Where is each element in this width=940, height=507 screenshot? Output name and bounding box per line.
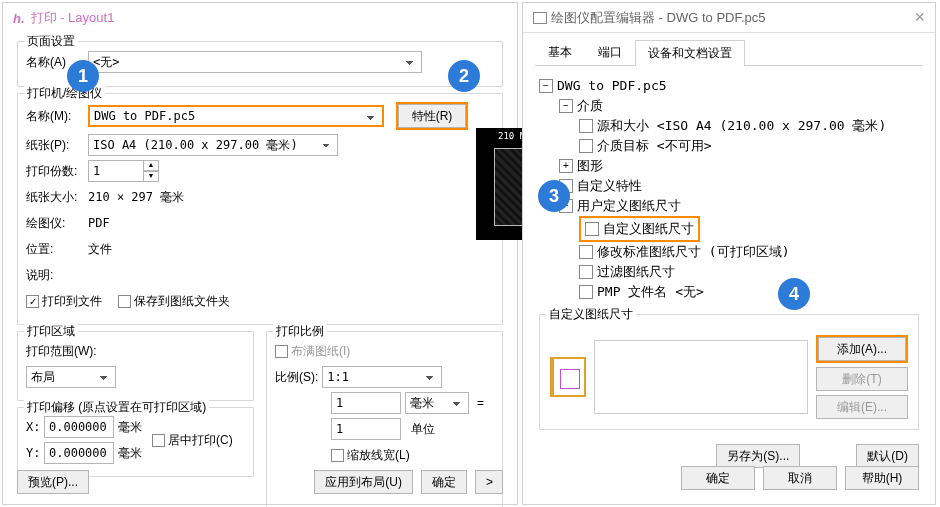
print-to-file-label: 打印到文件 — [42, 293, 102, 310]
plotter-label: 绘图仪: — [26, 215, 84, 232]
add-highlight: 添加(A)... — [816, 335, 908, 363]
x-unit: 毫米 — [118, 419, 142, 436]
doc-icon — [579, 139, 593, 153]
close-icon[interactable]: × — [914, 7, 925, 28]
doc-icon — [579, 245, 593, 259]
properties-highlight: 特性(R) — [396, 102, 468, 130]
paper-label: 纸张(P): — [26, 137, 84, 154]
tree-custom-size[interactable]: 自定义图纸尺寸 — [539, 216, 919, 242]
document-icon — [550, 357, 586, 397]
custom-size-legend: 自定义图纸尺寸 — [546, 306, 636, 323]
papersize-label: 纸张大小: — [26, 189, 84, 206]
tree-root[interactable]: −DWG to PDF.pc5 — [539, 76, 919, 96]
edit-button: 编辑(E)... — [816, 395, 908, 419]
window-title: 打印 - Layout1 — [31, 9, 115, 27]
cancel-button[interactable]: 取消 — [763, 466, 837, 490]
add-button[interactable]: 添加(A)... — [818, 337, 906, 361]
tree-userdef[interactable]: −用户定义图纸尺寸 — [539, 196, 919, 216]
printer-name-select[interactable]: DWG to PDF.pc5 — [90, 107, 382, 125]
scale-den-input[interactable] — [331, 418, 401, 440]
badge-2: 2 — [448, 60, 480, 92]
save-to-folder-checkbox[interactable]: 保存到图纸文件夹 — [118, 293, 230, 310]
tree-graphics[interactable]: +图形 — [539, 156, 919, 176]
copies-spinner[interactable]: ▲▼ — [88, 160, 159, 182]
equals-sign: = — [477, 396, 484, 410]
y-label: Y: — [26, 446, 40, 460]
spin-down-icon[interactable]: ▼ — [143, 171, 159, 182]
collapse-icon[interactable]: − — [559, 99, 573, 113]
scale-den-unit: 单位 — [411, 421, 435, 438]
window-title: 绘图仪配置编辑器 - DWG to PDF.pc5 — [551, 9, 766, 27]
y-unit: 毫米 — [118, 445, 142, 462]
offset-legend: 打印偏移 (原点设置在可打印区域) — [24, 399, 209, 416]
ok-button[interactable]: 确定 — [421, 470, 467, 494]
scale-num-unit[interactable]: 毫米 — [405, 392, 469, 414]
copies-label: 打印份数: — [26, 163, 84, 180]
doc-icon — [579, 119, 593, 133]
help-button[interactable]: 帮助(H) — [845, 466, 919, 490]
scale-legend: 打印比例 — [273, 323, 327, 340]
doc-icon — [579, 285, 593, 299]
scale-lineweight-label: 缩放线宽(L) — [347, 447, 410, 464]
print-area-legend: 打印区域 — [24, 323, 78, 340]
plotter-config-editor: 绘图仪配置编辑器 - DWG to PDF.pc5 × 基本 端口 设备和文档设… — [522, 2, 936, 505]
x-input[interactable] — [44, 416, 114, 438]
printer-name-label: 名称(M): — [26, 108, 84, 125]
tree-pmp[interactable]: PMP 文件名 <无> — [539, 282, 919, 302]
expand-icon[interactable]: + — [559, 159, 573, 173]
print-area-group: 打印区域 打印范围(W): 布局 — [17, 331, 254, 401]
titlebar: 绘图仪配置编辑器 - DWG to PDF.pc5 × — [523, 3, 935, 33]
offset-group: 打印偏移 (原点设置在可打印区域) X:毫米 Y:毫米 居中打印(C) — [17, 407, 254, 477]
bottom-bar: 预览(P)... 应用到布局(U) 确定 > — [17, 470, 503, 494]
custom-size-group: 自定义图纸尺寸 添加(A)... 删除(T) 编辑(E)... — [539, 314, 919, 430]
titlebar: h. 打印 - Layout1 — [3, 3, 517, 33]
desc-label: 说明: — [26, 267, 84, 284]
tree-modify-std[interactable]: 修改标准图纸尺寸 (可打印区域) — [539, 242, 919, 262]
bottom-bar: 确定 取消 帮助(H) — [665, 466, 935, 490]
collapse-icon[interactable]: − — [539, 79, 553, 93]
expand-button[interactable]: > — [475, 470, 503, 494]
range-select[interactable]: 布局 — [26, 366, 116, 388]
tab-device-doc[interactable]: 设备和文档设置 — [635, 40, 745, 66]
printer-icon — [533, 12, 547, 24]
plotter-value: PDF — [88, 216, 110, 230]
tree-media-src[interactable]: 源和大小 <ISO A4 (210.00 x 297.00 毫米) — [539, 116, 919, 136]
custom-size-list[interactable] — [594, 340, 808, 414]
saveas-button[interactable]: 另存为(S)... — [716, 444, 800, 468]
paper-select[interactable]: ISO A4 (210.00 x 297.00 毫米) — [88, 134, 338, 156]
y-input[interactable] — [44, 442, 114, 464]
doc-icon — [579, 265, 593, 279]
tabs: 基本 端口 设备和文档设置 — [535, 39, 923, 66]
scale-num-input[interactable] — [331, 392, 401, 414]
ok-button[interactable]: 确定 — [681, 466, 755, 490]
pos-label: 位置: — [26, 241, 84, 258]
scale-lineweight-checkbox[interactable]: 缩放线宽(L) — [331, 447, 410, 464]
print-to-file-checkbox[interactable]: ✓打印到文件 — [26, 293, 102, 310]
page-settings-legend: 页面设置 — [24, 33, 78, 50]
save-to-folder-label: 保存到图纸文件夹 — [134, 293, 230, 310]
tab-port[interactable]: 端口 — [585, 39, 635, 65]
apply-layout-button[interactable]: 应用到布局(U) — [314, 470, 413, 494]
tree-custom-props[interactable]: 自定义特性 — [539, 176, 919, 196]
preview-button[interactable]: 预览(P)... — [17, 470, 89, 494]
ratio-select[interactable]: 1:1 — [322, 366, 442, 388]
x-label: X: — [26, 420, 40, 434]
printer-group: 打印机/绘图仪 名称(M): DWG to PDF.pc5 特性(R) 纸张(P… — [17, 93, 503, 325]
fill-checkbox: 布满图纸(I) — [275, 343, 350, 360]
tree-media-tgt[interactable]: 介质目标 <不可用> — [539, 136, 919, 156]
pos-value: 文件 — [88, 241, 112, 258]
properties-button[interactable]: 特性(R) — [398, 104, 466, 128]
tree-filter[interactable]: 过滤图纸尺寸 — [539, 262, 919, 282]
page-name-select[interactable]: <无> — [88, 51, 422, 73]
center-checkbox[interactable]: 居中打印(C) — [152, 432, 233, 449]
app-icon: h. — [13, 11, 25, 26]
tree-media[interactable]: −介质 — [539, 96, 919, 116]
delete-button: 删除(T) — [816, 367, 908, 391]
tab-basic[interactable]: 基本 — [535, 39, 585, 65]
spin-up-icon[interactable]: ▲ — [143, 160, 159, 171]
doc-icon — [585, 222, 599, 236]
badge-1: 1 — [67, 60, 99, 92]
ratio-label: 比例(S): — [275, 369, 318, 386]
default-button[interactable]: 默认(D) — [856, 444, 919, 468]
copies-input[interactable] — [88, 160, 144, 182]
